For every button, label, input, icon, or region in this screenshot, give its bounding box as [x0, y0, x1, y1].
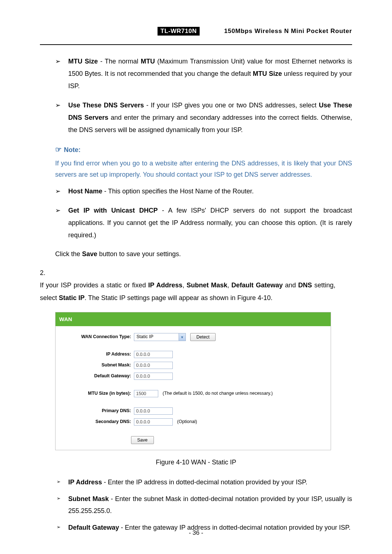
text: and enter the primary and secondary addr…: [68, 114, 352, 134]
body: MTU Size - The normal MTU (Maximum Trans…: [40, 55, 352, 534]
default-gateway-label: Default Gateway:: [60, 372, 134, 381]
text: The normal: [105, 58, 140, 65]
list-item: MTU Size - The normal MTU (Maximum Trans…: [40, 55, 352, 93]
term: IP Address: [148, 282, 182, 289]
mtu-size-label: MTU Size (in bytes):: [60, 389, 134, 398]
form-row: Primary DNS: 0.0.0.0: [60, 407, 326, 415]
form-row: MTU Size (in bytes): 1500 (The default i…: [60, 389, 326, 398]
term: DNS: [298, 282, 312, 289]
bullet-list-bottom: IP Address - Enter the IP address in dot…: [40, 476, 352, 534]
save-instruction: Click the Save button to save your setti…: [55, 248, 352, 260]
wan-panel-title: WAN: [56, 312, 331, 327]
text: This option specifies the Host Name of t…: [108, 188, 254, 195]
page-number: - 36 -: [0, 529, 392, 537]
numbered-item: 2. If your ISP provides a static or fixe…: [40, 267, 352, 304]
mtu-size-input[interactable]: 1500: [134, 390, 158, 397]
term: MTU Size: [253, 70, 282, 77]
document-page: TL-WR710N 150Mbps Wireless N Mini Pocket…: [0, 0, 392, 554]
text: If your ISP gives you one or two DNS add…: [151, 102, 319, 109]
form-row: Default Gateway: 0.0.0.0: [60, 372, 326, 381]
model-badge: TL-WR710N: [158, 27, 200, 36]
ip-address-input[interactable]: 0.0.0.0: [134, 351, 173, 358]
note-label: Note:: [64, 146, 81, 153]
list-item: Use These DNS Servers - If your ISP give…: [40, 99, 352, 136]
text: . The Static IP settings page will appea…: [85, 294, 273, 301]
term: Get IP with Unicast DHCP: [68, 207, 158, 214]
text: ,: [227, 282, 231, 289]
wan-panel-body: WAN Connection Type: Static IP ▾ Detect …: [56, 326, 331, 431]
page-header: TL-WR710N 150Mbps Wireless N Mini Pocket…: [40, 27, 352, 37]
primary-dns-input[interactable]: 0.0.0.0: [134, 407, 173, 415]
form-row: IP Address: 0.0.0.0: [60, 350, 326, 359]
text: and: [283, 282, 298, 289]
list-item: Host Name - This option specifies the Ho…: [40, 185, 352, 197]
term: MTU: [141, 58, 155, 65]
figure-caption: Figure 4-10 WAN - Static IP: [40, 456, 352, 468]
term: Host Name: [68, 188, 102, 195]
text: -: [102, 479, 108, 486]
note-heading: ☞Note:: [55, 143, 352, 156]
text: If your ISP provides a static or fixed: [40, 282, 148, 289]
item-body: If your ISP provides a static or fixed I…: [40, 279, 335, 304]
bullet-list-mid: Host Name - This option specifies the Ho…: [40, 185, 352, 241]
list-item: Subnet Mask - Enter the subnet Mask in d…: [40, 493, 352, 517]
mtu-hint: (The default is 1500, do not change unle…: [163, 389, 273, 398]
term: MTU Size: [68, 58, 98, 65]
bullet-list-top: MTU Size - The normal MTU (Maximum Trans…: [40, 55, 352, 136]
term: Subnet Mask: [68, 495, 109, 502]
default-gateway-input[interactable]: 0.0.0.0: [134, 373, 173, 380]
subnet-mask-label: Subnet Mask:: [60, 361, 134, 370]
secondary-dns-label: Secondary DNS:: [60, 418, 134, 426]
select-value: Static IP: [134, 333, 179, 341]
secondary-dns-input[interactable]: 0.0.0.0: [134, 418, 173, 426]
note-text: If you find error when you go to a websi…: [55, 158, 352, 180]
list-item: IP Address - Enter the IP address in dot…: [40, 476, 352, 488]
pointing-hand-icon: ☞: [55, 145, 62, 153]
wan-panel: WAN WAN Connection Type: Static IP ▾ Det…: [55, 312, 331, 450]
term: Default Gateway: [232, 282, 283, 289]
term: Use These DNS Servers: [68, 102, 144, 109]
term: Subnet Mask: [187, 282, 227, 289]
text: -: [109, 495, 115, 502]
header-rule: [40, 44, 352, 45]
save-button[interactable]: Save: [131, 436, 154, 444]
detect-button[interactable]: Detect: [190, 333, 216, 341]
text: Enter the IP address in dotted-decimal n…: [108, 479, 307, 486]
form-row: WAN Connection Type: Static IP ▾ Detect: [60, 333, 326, 341]
text: ,: [183, 282, 187, 289]
term: Static IP: [59, 294, 85, 301]
text: -: [102, 188, 108, 195]
text: button to save your settings.: [97, 250, 181, 258]
wan-panel-footer: Save: [56, 431, 331, 450]
chevron-down-icon[interactable]: ▾: [179, 333, 185, 341]
text: -: [158, 207, 168, 214]
term: IP Address: [68, 479, 102, 486]
text: -: [144, 102, 151, 109]
subnet-mask-input[interactable]: 0.0.0.0: [134, 362, 173, 369]
list-item: Get IP with Unicast DHCP - A few ISPs' D…: [40, 204, 352, 242]
ip-address-label: IP Address:: [60, 350, 134, 359]
text: -: [98, 58, 105, 65]
primary-dns-label: Primary DNS:: [60, 407, 134, 415]
header-subtitle: 150Mbps Wireless N Mini Pocket Router: [224, 28, 352, 35]
wan-connection-type-select[interactable]: Static IP ▾: [134, 333, 186, 341]
secondary-dns-hint: (Optional): [177, 418, 197, 426]
form-row: Secondary DNS: 0.0.0.0 (Optional): [60, 418, 326, 426]
wan-connection-type-label: WAN Connection Type:: [60, 333, 134, 341]
text: Click the: [55, 250, 82, 258]
term: Save: [82, 250, 97, 258]
item-number: 2.: [40, 267, 55, 279]
form-row: Subnet Mask: 0.0.0.0: [60, 361, 326, 370]
